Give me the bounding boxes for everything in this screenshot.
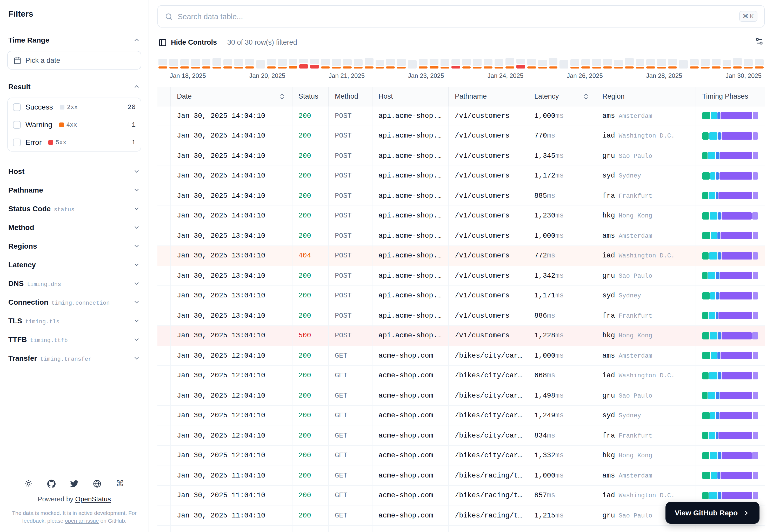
histogram-bar[interactable] (711, 59, 720, 69)
table-row[interactable]: Jan 30, 2025 13:04:10200POSTapi.acme-sho… (157, 286, 765, 306)
histogram-bar[interactable] (354, 59, 363, 69)
checkbox[interactable] (13, 138, 21, 146)
section-ttfb[interactable]: TTFBtiming.ttfb (7, 330, 141, 349)
histogram-bar[interactable] (430, 59, 438, 69)
table-row[interactable]: Jan 30, 2025 12:04:10200GETacme-shop.com… (157, 386, 765, 406)
theme-toggle-sun-icon[interactable] (24, 479, 33, 488)
histogram-bar[interactable] (343, 59, 352, 69)
histogram-bar[interactable] (397, 59, 406, 69)
result-filter-item-error[interactable]: Error5xx1 (8, 133, 141, 151)
histogram-bar[interactable] (180, 59, 189, 69)
table-row[interactable]: Jan 30, 2025 14:04:10200POSTapi.acme-sho… (157, 206, 765, 226)
histogram-bar[interactable] (581, 59, 590, 69)
histogram-bar[interactable] (614, 60, 623, 69)
histogram-bar[interactable] (300, 59, 308, 69)
cell-indicator[interactable] (157, 426, 170, 446)
cell-indicator[interactable] (157, 406, 170, 426)
histogram-bar[interactable] (375, 60, 384, 69)
section-pathname[interactable]: Pathname (7, 181, 141, 199)
checkbox[interactable] (13, 103, 21, 111)
histogram-bar[interactable] (538, 60, 547, 69)
twitter-icon[interactable] (70, 479, 78, 488)
header-host[interactable]: Host (372, 87, 448, 106)
histogram-bar[interactable] (473, 59, 482, 69)
cell-indicator[interactable] (157, 486, 170, 506)
section-status-code[interactable]: Status Codestatus (7, 199, 141, 218)
open-issue-link[interactable]: open an issue (65, 517, 99, 524)
result-filter-item-success[interactable]: Success2xx28 (8, 98, 141, 116)
histogram-bar[interactable] (733, 58, 742, 69)
table-row[interactable]: Jan 30, 2025 14:04:10200POSTapi.acme-sho… (157, 186, 765, 206)
histogram-bar[interactable] (494, 59, 503, 69)
cell-indicator[interactable] (157, 306, 170, 326)
table-row[interactable]: Jan 30, 2025 14:04:10200POSTapi.acme-sho… (157, 146, 765, 166)
table-row[interactable]: Jan 30, 2025 11:04:10200GETacme-shop.com… (157, 526, 765, 532)
histogram-bar[interactable] (245, 59, 254, 69)
openstatus-link[interactable]: OpenStatus (75, 495, 111, 503)
histogram-bar[interactable] (278, 59, 287, 69)
section-time-range[interactable]: Time Range (7, 31, 141, 49)
histogram-bar[interactable] (755, 59, 764, 69)
histogram-bar[interactable] (592, 59, 601, 69)
histogram-bar[interactable] (516, 59, 525, 69)
section-regions[interactable]: Regions (7, 237, 141, 255)
histogram-bar[interactable] (744, 59, 753, 69)
date-picker[interactable]: Pick a date (7, 51, 141, 70)
table-row[interactable]: Jan 30, 2025 13:04:10404POSTapi.acme-sho… (157, 246, 765, 266)
cell-indicator[interactable] (157, 286, 170, 306)
histogram-bar[interactable] (668, 59, 677, 69)
view-settings-icon[interactable] (755, 37, 764, 48)
section-dns[interactable]: DNStiming.dns (7, 274, 141, 293)
histogram-bar[interactable] (169, 59, 178, 69)
section-connection[interactable]: Connectiontiming.connection (7, 293, 141, 311)
header-date[interactable]: Date (170, 87, 292, 106)
section-tls[interactable]: TLStiming.tls (7, 311, 141, 330)
histogram-bar[interactable] (267, 59, 276, 69)
table-row[interactable]: Jan 30, 2025 14:04:10200POSTapi.acme-sho… (157, 106, 765, 126)
table-row[interactable]: Jan 30, 2025 12:04:10200GETacme-shop.com… (157, 426, 765, 446)
histogram-bar[interactable] (364, 58, 373, 69)
histogram-bar[interactable] (256, 60, 265, 69)
histogram-bar[interactable] (332, 59, 341, 69)
cell-indicator[interactable] (157, 206, 170, 226)
checkbox[interactable] (13, 121, 21, 128)
section-result[interactable]: Result (7, 78, 141, 96)
cell-indicator[interactable] (157, 366, 170, 386)
header-method[interactable]: Method (328, 87, 372, 106)
histogram-bar[interactable] (484, 59, 493, 69)
cell-indicator[interactable] (157, 126, 170, 146)
table-row[interactable]: Jan 30, 2025 12:04:10200GETacme-shop.com… (157, 366, 765, 386)
histogram-bar[interactable] (213, 58, 222, 69)
cell-indicator[interactable] (157, 106, 170, 126)
histogram-bar[interactable] (419, 59, 428, 69)
histogram-bar[interactable] (505, 58, 514, 69)
cell-indicator[interactable] (157, 226, 170, 246)
histogram-bar[interactable] (549, 58, 558, 69)
histogram-bar[interactable] (191, 59, 200, 69)
section-host[interactable]: Host (7, 162, 141, 181)
histogram-bar[interactable] (625, 58, 634, 69)
histogram-bar[interactable] (310, 59, 319, 69)
cell-indicator[interactable] (157, 146, 170, 166)
table-row[interactable]: Jan 30, 2025 13:04:10500POSTapi.acme-sho… (157, 326, 765, 346)
histogram-bar[interactable] (289, 59, 297, 69)
cell-indicator[interactable] (157, 506, 170, 526)
github-icon[interactable] (47, 479, 56, 488)
table-row[interactable]: Jan 30, 2025 11:04:10200GETacme-shop.com… (157, 466, 765, 486)
cell-indicator[interactable] (157, 266, 170, 286)
section-latency[interactable]: Latency (7, 255, 141, 274)
histogram-bar[interactable] (603, 59, 612, 69)
table-row[interactable]: Jan 30, 2025 12:04:10200GETacme-shop.com… (157, 346, 765, 366)
table-row[interactable]: Jan 30, 2025 14:04:10200POSTapi.acme-sho… (157, 166, 765, 186)
table-row[interactable]: Jan 30, 2025 13:04:10200POSTapi.acme-sho… (157, 306, 765, 326)
histogram-bar[interactable] (234, 59, 243, 69)
command-icon[interactable]: ⌘ (116, 479, 124, 488)
table-row[interactable]: Jan 30, 2025 14:04:10200POSTapi.acme-sho… (157, 126, 765, 146)
search-input[interactable] (178, 12, 734, 21)
globe-icon[interactable] (93, 479, 101, 488)
table-row[interactable]: Jan 30, 2025 13:04:10200POSTapi.acme-sho… (157, 266, 765, 286)
section-transfer[interactable]: Transfertiming.transfer (7, 349, 141, 367)
header-region[interactable]: Region (596, 87, 696, 106)
table-row[interactable]: Jan 30, 2025 13:04:10200POSTapi.acme-sho… (157, 226, 765, 246)
cell-indicator[interactable] (157, 166, 170, 186)
